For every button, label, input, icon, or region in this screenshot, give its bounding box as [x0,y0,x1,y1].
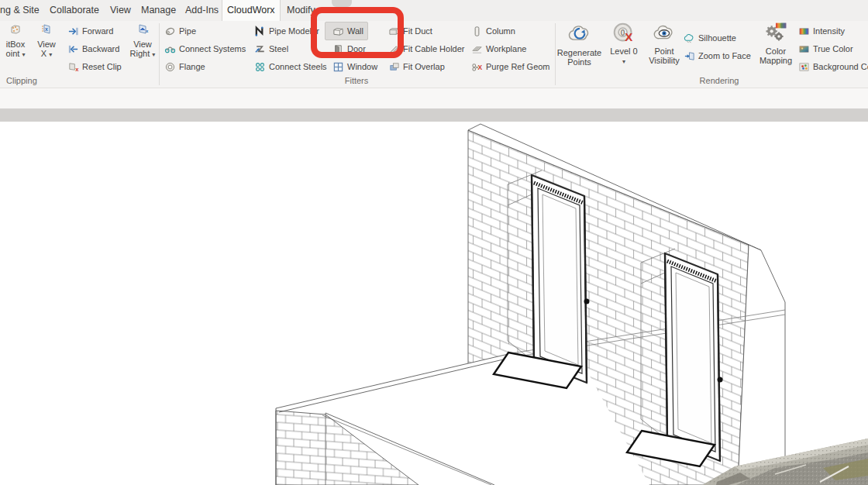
connect-systems-button[interactable]: Connect Systems [164,42,246,56]
door-handle-2 [718,377,723,383]
purge-ref-geom-button[interactable]: X Purge Ref Geom [470,60,550,74]
window-label: Window [347,62,377,71]
tab-collaborate[interactable]: Collaborate [45,0,104,21]
svg-text:X: X [625,30,632,43]
view-right-button[interactable]: x View Right ▾ [127,22,158,60]
level-label: Level 0 [603,46,645,56]
column-label: Column [486,26,515,36]
pipe-modeler-button[interactable]: Pipe Modeler [253,24,319,38]
connect-steels-icon [253,60,266,73]
tab-cloudworx[interactable]: CloudWorx [222,0,281,21]
color-mapping-label-1: Color [753,46,798,56]
backward-button[interactable]: Backward [67,42,119,56]
point-visibility-button[interactable]: Point Visibility [641,22,687,65]
zoom-to-face-button[interactable]: Zoom to Face [683,49,751,63]
connect-systems-icon [164,43,176,55]
view-x-button[interactable]: x View X ▾ [33,22,60,60]
true-color-button[interactable]: True Color [797,42,853,56]
intensity-icon [797,25,810,37]
svg-text:x: x [75,66,79,73]
true-color-icon [797,43,810,55]
fit-overlap-button[interactable]: Fit Overlap [388,60,445,74]
svg-text:X: X [477,64,482,71]
intensity-button[interactable]: Intensity [797,24,845,38]
point-visibility-icon [652,22,677,45]
view-x-label-1: View [33,40,60,49]
viewport-top-strip [0,108,868,122]
fitbox-label-1: itBox [0,40,31,49]
window-button[interactable]: Window [332,60,377,74]
color-mapping-button[interactable]: Color Mapping [753,22,798,65]
flange-button[interactable]: Flange [164,60,205,74]
fit-overlap-icon [388,60,400,73]
tab-view[interactable]: View [105,0,136,21]
steel-label: Steel [269,44,288,53]
forward-label: Forward [82,26,113,36]
svg-text:x: x [45,26,48,32]
workplane-button[interactable]: Workplane [470,42,526,56]
rendering-group-label: Rendering [673,76,766,85]
pipe-label: Pipe [179,26,196,36]
reset-clip-icon: x [67,60,79,73]
level0-icon: 0X [612,22,636,45]
silhouette-icon [683,32,695,44]
view-right-icon: x [136,23,149,36]
intensity-label: Intensity [813,26,845,36]
steel-icon [253,43,266,55]
zoom-to-face-icon [683,50,695,62]
group-separator [159,23,160,85]
dropdown-caret[interactable]: ▾ [152,51,155,58]
forward-button[interactable]: Forward [67,24,113,38]
fitbox-point-button[interactable]: itBox oint ▾ [0,22,31,60]
point-visibility-label-2: Visibility [641,56,687,65]
collapsed-panel-stub[interactable] [332,0,352,7]
view-right-label-2: Right ▾ [127,49,158,60]
background-color-label: Background Co [813,62,868,71]
level-selector-button[interactable]: 0X Level 0 ▾ [603,22,645,67]
ribbon: itBox oint ▾ x View X ▾ Forward Backward… [0,21,868,88]
fit-cable-holder-label: Fit Cable Holder [403,44,464,53]
connect-steels-label: Connect Steels [269,62,327,71]
tab-add-ins[interactable]: Add-Ins [181,0,223,21]
silhouette-label: Silhouette [698,33,736,43]
backward-label: Backward [82,44,119,53]
forward-icon [67,25,79,37]
pipe-button[interactable]: Pipe [164,24,196,38]
fit-overlap-label: Fit Overlap [403,62,445,71]
tab-manage[interactable]: Manage [136,0,181,21]
tab-massing-site[interactable]: ng & Site [0,0,44,21]
fitters-group-label: Fitters [310,76,403,85]
clipping-group-label: Clipping [6,76,37,85]
backward-icon [67,43,79,55]
dropdown-caret[interactable]: ▾ [49,51,52,58]
view-right-label-1: View [127,40,158,49]
zoom-to-face-label: Zoom to Face [698,51,751,60]
column-icon [470,25,483,37]
color-mapping-label-2: Mapping [753,56,798,65]
dropdown-caret[interactable]: ▾ [622,58,625,65]
workplane-label: Workplane [486,44,526,53]
reset-clip-button[interactable]: x Reset Clip [67,60,122,74]
regenerate-points-icon [567,22,593,46]
true-color-label: True Color [813,44,853,53]
dropdown-caret[interactable]: ▾ [22,51,25,58]
view-x-icon: x [40,23,53,36]
column-button[interactable]: Column [470,24,515,38]
pipe-modeler-icon [253,25,266,37]
connect-steels-button[interactable]: Connect Steels [253,60,327,74]
options-band [0,88,868,108]
background-color-button[interactable]: Background Co [797,60,868,74]
view-x-label-2: X ▾ [33,49,60,60]
purge-icon: X [470,60,483,73]
silhouette-button[interactable]: Silhouette [683,31,736,45]
ribbon-tab-bar: ng & Site Collaborate View Manage Add-In… [0,0,868,22]
door-handle-1 [584,299,590,304]
point-visibility-label-1: Point [641,46,687,56]
reset-clip-label: Reset Clip [82,62,122,71]
model-viewport[interactable] [0,108,868,485]
steel-button[interactable]: Steel [253,42,288,56]
model-drawing [0,108,868,485]
flange-label: Flange [179,62,205,71]
window-icon [332,60,344,73]
purge-ref-geom-label: Purge Ref Geom [486,62,550,71]
